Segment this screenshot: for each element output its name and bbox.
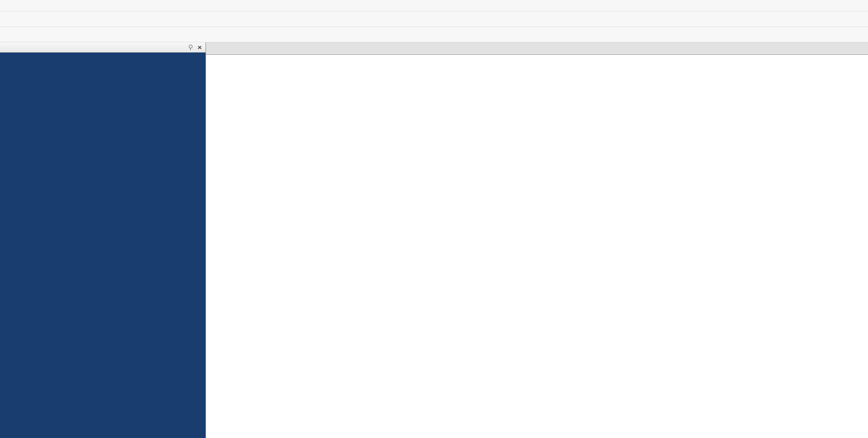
- project-panel-header: ×: [0, 42, 205, 53]
- main-content: ×: [0, 42, 868, 438]
- editor-pane: [206, 42, 868, 438]
- editor-tabbar: [206, 42, 868, 55]
- kv-studio-window: ×: [0, 0, 868, 438]
- menu-bar: [0, 0, 868, 12]
- panel-header-icons: ×: [189, 45, 202, 50]
- panel-close-icon[interactable]: ×: [197, 45, 202, 50]
- ladder-canvas[interactable]: [206, 55, 868, 438]
- toolbar-main: [0, 12, 868, 27]
- project-panel: ×: [0, 42, 206, 438]
- project-tree: [0, 53, 205, 438]
- toolbar-edit: [0, 27, 868, 42]
- pin-icon[interactable]: [189, 45, 192, 48]
